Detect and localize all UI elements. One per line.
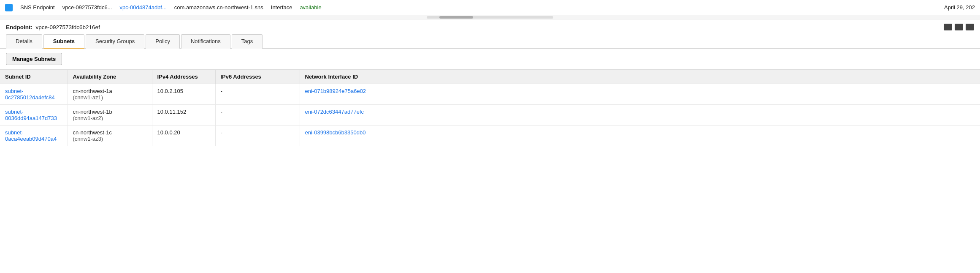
az-cell: cn-northwest-1a(cnnw1-az1) — [68, 84, 152, 105]
scrollbar-track — [427, 16, 553, 19]
eni-cell[interactable]: eni-071b98924e75a6e02 — [300, 84, 980, 105]
tab-tags[interactable]: Tags — [232, 34, 263, 49]
subnet-id-cell[interactable]: subnet-0aca4eeab09d470a4 — [0, 126, 68, 146]
icon-btn-1[interactable] — [944, 24, 952, 30]
az-cell: cn-northwest-1b(cnnw1-az2) — [68, 105, 152, 126]
tab-policy[interactable]: Policy — [146, 34, 180, 49]
table-row: subnet-0036dd94aa147d733 cn-northwest-1b… — [0, 105, 980, 126]
table-row: subnet-0aca4eeab09d470a4 cn-northwest-1c… — [0, 126, 980, 146]
ipv6-cell: - — [215, 105, 300, 126]
subnet-id-cell[interactable]: subnet-0036dd94aa147d733 — [0, 105, 68, 126]
ipv6-cell: - — [215, 126, 300, 146]
ipv4-cell: 10.0.0.20 — [152, 126, 215, 146]
az-cell: cn-northwest-1c(cnnw1-az3) — [68, 126, 152, 146]
subnet-id-cell[interactable]: subnet-0c2785012da4efc84 — [0, 84, 68, 105]
scrollbar-thumb — [439, 16, 473, 19]
col-header-ipv6: IPv6 Addresses — [215, 70, 300, 84]
endpoint-id-col: vpce-0927573fdc6... — [62, 4, 112, 11]
col-header-eni: Network Interface ID — [300, 70, 980, 84]
service-name-col: com.amazonaws.cn-northwest-1.sns — [174, 4, 263, 11]
tabs-container: Details Subnets Security Groups Policy N… — [0, 34, 980, 49]
manage-subnets-button[interactable]: Manage Subnets — [6, 53, 62, 65]
subnets-table: Subnet ID Availability Zone IPv4 Address… — [0, 69, 980, 146]
status-col: available — [300, 4, 321, 11]
ipv4-cell: 10.0.11.152 — [152, 105, 215, 126]
service-label: SNS Endpoint — [20, 4, 55, 11]
eni-cell[interactable]: eni-03998bcb6b3350db0 — [300, 126, 980, 146]
endpoint-label-row: Endpoint: vpce-0927573fdc6b216ef — [0, 19, 980, 34]
ipv6-cell: - — [215, 84, 300, 105]
col-header-subnet-id: Subnet ID — [0, 70, 68, 84]
eni-cell[interactable]: eni-072dc63447ad77efc — [300, 105, 980, 126]
tab-security-groups[interactable]: Security Groups — [86, 34, 144, 49]
table-row: subnet-0c2785012da4efc84 cn-northwest-1a… — [0, 84, 980, 105]
horizontal-scrollbar[interactable] — [0, 15, 980, 19]
endpoint-prefix: Endpoint: — [6, 24, 32, 30]
service-icon — [5, 4, 13, 11]
type-col: Interface — [271, 4, 292, 11]
icon-btn-2[interactable] — [955, 24, 963, 30]
ipv4-cell: 10.0.2.105 — [152, 84, 215, 105]
actions-bar: Manage Subnets — [0, 49, 980, 69]
icon-group — [944, 24, 974, 30]
table-header-row: Subnet ID Availability Zone IPv4 Address… — [0, 70, 980, 84]
top-bar: SNS Endpoint vpce-0927573fdc6... vpc-00d… — [0, 0, 980, 15]
endpoint-value: vpce-0927573fdc6b216ef — [36, 24, 100, 30]
date-col: April 29, 202 — [944, 4, 975, 11]
tab-notifications[interactable]: Notifications — [181, 34, 230, 49]
tab-details[interactable]: Details — [6, 34, 42, 49]
tab-subnets[interactable]: Subnets — [43, 34, 84, 49]
col-header-ipv4: IPv4 Addresses — [152, 70, 215, 84]
vpc-id-col[interactable]: vpc-00d4874adbf... — [119, 4, 166, 11]
endpoint-label-text: Endpoint: vpce-0927573fdc6b216ef — [6, 24, 100, 30]
icon-btn-3[interactable] — [966, 24, 974, 30]
col-header-availability-zone: Availability Zone — [68, 70, 152, 84]
